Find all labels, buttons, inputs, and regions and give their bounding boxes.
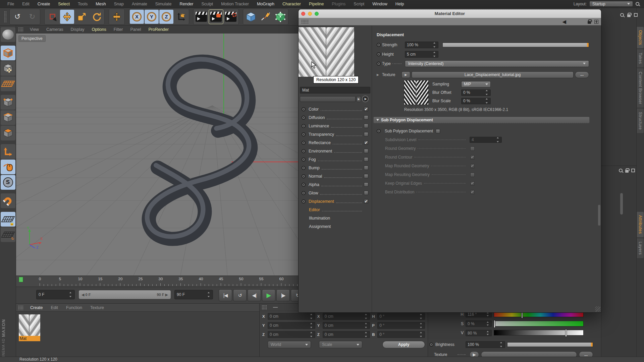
- spd-row-round-geometry[interactable]: Round Geometry: [377, 144, 601, 153]
- sculpt-brush-button[interactable]: [1, 27, 15, 42]
- texture-file-button[interactable]: Lace_Displacement_tutorial.jpg: [412, 71, 574, 78]
- make-editable-button[interactable]: [1, 46, 15, 60]
- spd-checkbox[interactable]: ✔: [470, 155, 475, 160]
- channel-radio[interactable]: [302, 107, 306, 111]
- menu-mesh[interactable]: Mesh: [92, 2, 110, 6]
- spin-arrows-icon[interactable]: [485, 98, 489, 104]
- node-editor-button[interactable]: ➤: [362, 96, 369, 102]
- toolbar-grip[interactable]: [4, 11, 7, 22]
- spin-arrows-icon[interactable]: [433, 51, 436, 58]
- channel-item-bump[interactable]: Bump: [299, 164, 372, 172]
- spd-section-header[interactable]: Sub Polygon Displacement: [373, 117, 590, 123]
- channel-item-illumination[interactable]: Illumination: [299, 214, 372, 222]
- channel-checkbox[interactable]: [364, 115, 368, 120]
- tab-objects[interactable]: Objects: [637, 27, 644, 48]
- live-selection-tool[interactable]: [45, 10, 59, 24]
- channel-item-color[interactable]: Color✔: [299, 105, 372, 113]
- subdivision-level-field[interactable]: 4: [470, 137, 502, 143]
- spd-radio[interactable]: [377, 129, 381, 133]
- material-name-label[interactable]: Mat: [19, 336, 40, 341]
- coordinate-field-x-0[interactable]: 0 cm: [268, 313, 315, 320]
- spd-row-map-rounded-geometry[interactable]: Map Rounded Geometry✔: [377, 162, 601, 170]
- viewport-menu-display[interactable]: Display: [67, 27, 88, 32]
- material-menu-create[interactable]: Create: [26, 305, 47, 310]
- height-field[interactable]: 5 cm: [405, 51, 438, 58]
- spline-pen-button[interactable]: [259, 10, 273, 24]
- spd-row-map-resulting-geometry[interactable]: Map Resulting Geometry: [377, 170, 601, 179]
- spin-arrows-icon[interactable]: [364, 322, 368, 329]
- coordinate-space-dropdown[interactable]: World: [268, 341, 311, 348]
- z-axis-lock-button[interactable]: Z: [159, 10, 173, 24]
- add-primitive-button[interactable]: [244, 10, 258, 24]
- playhead[interactable]: [19, 277, 23, 282]
- channel-item-reflectance[interactable]: Reflectance✔: [299, 138, 372, 147]
- lock-icon[interactable]: [627, 14, 631, 17]
- material-thumbnail[interactable]: [19, 314, 40, 336]
- render-picture-viewer-button[interactable]: [209, 10, 223, 24]
- channel-checkbox[interactable]: [364, 149, 368, 153]
- blur-scale-field[interactable]: 0 %: [461, 98, 491, 104]
- layout-select[interactable]: Startup: [589, 1, 633, 7]
- menu-sculpt[interactable]: Sculpt: [197, 2, 217, 6]
- menu-render[interactable]: Render: [175, 2, 197, 6]
- menu-window[interactable]: Window: [368, 2, 391, 6]
- search-icon[interactable]: [636, 2, 639, 6]
- texture-mode-button[interactable]: [1, 76, 15, 91]
- workplane-lock-button[interactable]: 🔒: [1, 212, 15, 227]
- spin-arrows-icon[interactable]: [499, 341, 503, 348]
- tab-layers[interactable]: Layers: [637, 238, 644, 258]
- viewport-menu-cameras[interactable]: Cameras: [43, 27, 67, 32]
- play-backwards-button[interactable]: ↺: [233, 289, 247, 301]
- coordinate-field-p-2[interactable]: 0 °: [377, 322, 425, 329]
- channel-radio[interactable]: [302, 141, 306, 145]
- move-tool[interactable]: [60, 10, 74, 24]
- search-icon[interactable]: [619, 169, 623, 172]
- spd-row-subdivision-level[interactable]: Subdivision Level4: [377, 135, 601, 144]
- render-view-button[interactable]: [194, 10, 208, 24]
- y-axis-lock-button[interactable]: Y: [145, 10, 159, 24]
- coordinate-field-y-0[interactable]: 0 cm: [268, 322, 315, 329]
- channel-radio[interactable]: [302, 191, 306, 195]
- camera-label[interactable]: Perspective: [19, 36, 45, 42]
- viewport-menu-filter[interactable]: Filter: [110, 27, 127, 32]
- tab-attributes[interactable]: Attributes: [637, 212, 644, 237]
- height-radio[interactable]: [377, 52, 381, 56]
- spd-row-sub-polygon-displacement[interactable]: Sub Polygon Displacement: [377, 127, 601, 135]
- channel-radio[interactable]: [302, 149, 306, 153]
- spin-arrows-icon[interactable]: [310, 313, 313, 320]
- viewport-menu-panel[interactable]: Panel: [126, 27, 145, 32]
- expand-button[interactable]: ▶: [357, 96, 361, 102]
- viewport-menu-prorender[interactable]: ProRender: [145, 27, 172, 32]
- spd-checkbox[interactable]: ✔: [470, 164, 475, 168]
- current-frame-field[interactable]: 0 F: [36, 290, 75, 299]
- channel-checkbox[interactable]: [364, 124, 368, 128]
- value-marker[interactable]: [566, 329, 567, 337]
- type-radio[interactable]: [377, 62, 381, 66]
- strength-field[interactable]: 100 %: [405, 42, 438, 48]
- channel-radio[interactable]: [302, 158, 306, 162]
- value-gradient-slider[interactable]: [494, 330, 584, 336]
- window-titlebar[interactable]: Material Editor: [299, 9, 601, 18]
- subdivision-surface-button[interactable]: [273, 10, 287, 24]
- value-field[interactable]: 80 %: [466, 330, 492, 336]
- channel-item-displacement[interactable]: Displacement✔: [299, 197, 372, 205]
- channel-radio[interactable]: [302, 174, 306, 178]
- options-grid-icon[interactable]: [631, 169, 635, 172]
- spin-arrows-icon[interactable]: [496, 136, 500, 143]
- channel-item-transparency[interactable]: Transparency: [299, 130, 372, 138]
- spin-arrows-icon[interactable]: [69, 291, 72, 298]
- edges-mode-button[interactable]: [1, 110, 15, 125]
- menu-character[interactable]: Character: [278, 2, 305, 6]
- channel-checkbox[interactable]: [364, 182, 368, 187]
- spin-arrows-icon[interactable]: [310, 322, 313, 329]
- spin-arrows-icon[interactable]: [364, 331, 368, 338]
- shader-preview-bar[interactable]: [300, 96, 356, 102]
- spin-arrows-icon[interactable]: [419, 331, 423, 338]
- scrollbar-handle[interactable]: [598, 205, 600, 226]
- strip-grip[interactable]: [301, 19, 309, 24]
- lock-icon[interactable]: [625, 170, 629, 173]
- brightness-field[interactable]: 100 %: [466, 341, 505, 348]
- spin-arrows-icon[interactable]: [485, 89, 489, 96]
- blur-offset-field[interactable]: 0 %: [461, 89, 491, 96]
- expander-icon[interactable]: ▶: [377, 73, 381, 76]
